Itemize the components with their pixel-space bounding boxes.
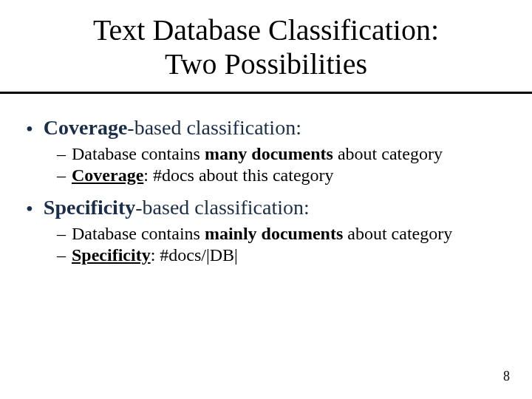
- title-line-1: Text Database Classification:: [93, 13, 439, 47]
- sub-strong-underline: Coverage: [72, 166, 143, 185]
- sub-text: Specificity: #docs/|DB|: [72, 245, 238, 265]
- bullet-icon: •: [26, 119, 33, 140]
- sub-item: – Database contains mainly documents abo…: [57, 224, 510, 244]
- dash-icon: –: [57, 224, 66, 244]
- title-divider: [0, 92, 532, 94]
- bullet-item: • Coverage-based classification:: [26, 116, 510, 140]
- sub-text: Database contains many documents about c…: [72, 144, 443, 164]
- bullet-text: Specificity-based classification:: [44, 196, 310, 219]
- sub-post: : #docs about this category: [143, 166, 333, 185]
- dash-icon: –: [57, 166, 66, 185]
- sub-post: about category: [333, 144, 443, 163]
- sub-pre: Database contains: [72, 224, 205, 243]
- sub-post: about category: [343, 224, 452, 243]
- slide-title: Text Database Classification: Two Possib…: [22, 13, 510, 81]
- bullet-lead: Coverage: [44, 116, 128, 139]
- sub-post: : #docs/|DB|: [151, 245, 238, 265]
- dash-icon: –: [57, 245, 66, 265]
- sub-text: Coverage: #docs about this category: [72, 166, 334, 185]
- sub-strong: many documents: [205, 144, 333, 163]
- dash-icon: –: [57, 144, 66, 164]
- sub-strong: mainly documents: [205, 224, 343, 243]
- bullet-icon: •: [26, 199, 33, 219]
- sub-list: – Database contains mainly documents abo…: [57, 224, 510, 265]
- bullet-lead: Specificity: [44, 196, 135, 219]
- content-area: • Coverage-based classification: – Datab…: [22, 116, 510, 265]
- bullet-item: • Specificity-based classification:: [26, 196, 510, 219]
- slide: Text Database Classification: Two Possib…: [0, 0, 532, 399]
- sub-strong-underline: Specificity: [72, 245, 151, 265]
- bullet-rest: -based classification:: [135, 196, 310, 219]
- page-number: 8: [503, 369, 510, 384]
- sub-list: – Database contains many documents about…: [57, 144, 510, 185]
- bullet-rest: -based classification:: [127, 116, 301, 139]
- sub-text: Database contains mainly documents about…: [72, 224, 452, 244]
- sub-item: – Coverage: #docs about this category: [57, 166, 510, 185]
- title-line-2: Two Possibilities: [165, 47, 367, 81]
- bullet-text: Coverage-based classification:: [44, 116, 301, 140]
- sub-item: – Database contains many documents about…: [57, 144, 510, 164]
- sub-item: – Specificity: #docs/|DB|: [57, 245, 510, 265]
- sub-pre: Database contains: [72, 144, 205, 163]
